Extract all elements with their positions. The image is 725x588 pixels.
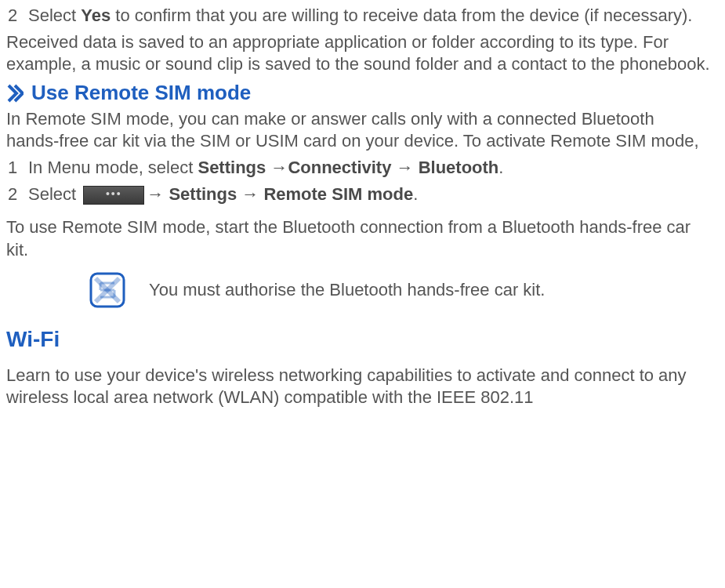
note-text: You must authorise the Bluetooth hands-f… — [149, 279, 545, 301]
nav-path-bold: Bluetooth — [419, 158, 499, 177]
nav-path-bold: Connectivity — [288, 158, 391, 177]
arrow-separator: → — [237, 184, 263, 204]
info-note-icon — [89, 272, 125, 308]
arrow-separator: → — [391, 158, 418, 177]
chevron-right-icon — [6, 84, 24, 103]
heading-remote-sim-text: Use Remote SIM mode — [31, 80, 251, 106]
step-body: Select Yes to confirm that you are willi… — [28, 5, 711, 27]
heading-wifi: Wi-Fi — [6, 325, 711, 354]
section-heading-remote-sim: Use Remote SIM mode — [6, 80, 711, 106]
paragraph-wifi: Learn to use your device's wireless netw… — [6, 365, 711, 408]
nav-path-bold: Remote SIM mode — [263, 184, 413, 204]
note-block: You must authorise the Bluetooth hands-f… — [6, 272, 711, 308]
step-text-pre: Select — [28, 5, 81, 25]
step-list-item: 2 Select Yes to confirm that you are wil… — [6, 5, 711, 27]
paragraph-remote-sim-use: To use Remote SIM mode, start the Blueto… — [6, 216, 711, 260]
step-body: In Menu mode, select Settings →Connectiv… — [28, 157, 711, 179]
arrow-separator: → — [266, 158, 288, 177]
nav-path-bold: Settings — [198, 158, 266, 177]
step-list-item: 1 In Menu mode, select Settings →Connect… — [6, 157, 711, 179]
step-number: 2 — [6, 5, 28, 27]
options-button-icon — [83, 186, 144, 205]
arrow-separator: → — [147, 184, 169, 204]
step-text-bold: Yes — [81, 5, 111, 25]
step-number: 1 — [6, 157, 28, 179]
step-number: 2 — [6, 183, 28, 205]
step-text-pre: In Menu mode, select — [28, 158, 198, 177]
nav-path-bold: Settings — [169, 184, 237, 204]
step-list-item: 2 Select → Settings → Remote SIM mode. — [6, 183, 711, 205]
step-text-post: to confirm that you are willing to recei… — [111, 5, 692, 25]
step-text-post: . — [413, 184, 418, 204]
paragraph-received-data: Received data is saved to an appropriate… — [6, 31, 711, 75]
step-body: Select → Settings → Remote SIM mode. — [28, 183, 711, 205]
step-text-post: . — [498, 158, 503, 177]
step-text-pre: Select — [28, 184, 81, 204]
paragraph-remote-sim-intro: In Remote SIM mode, you can make or answ… — [6, 108, 711, 152]
document-page: 2 Select Yes to confirm that you are wil… — [0, 0, 725, 408]
